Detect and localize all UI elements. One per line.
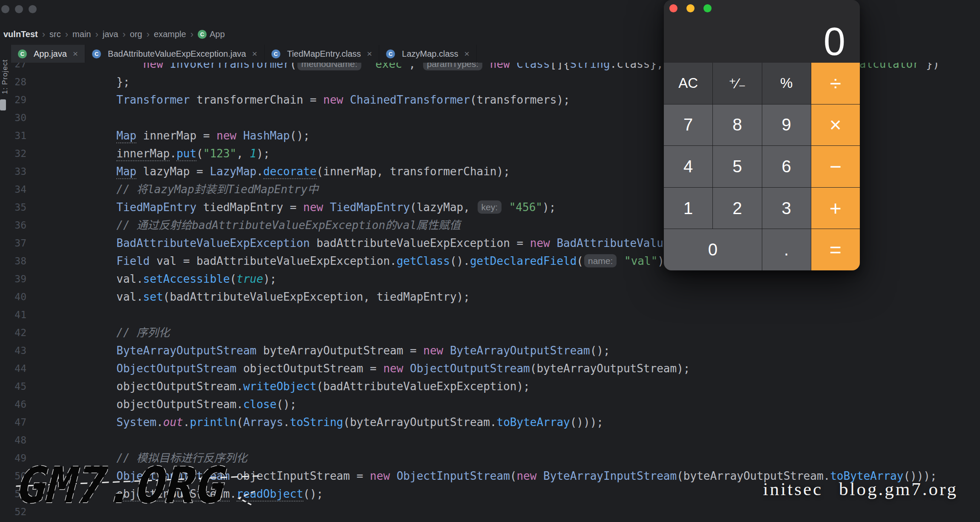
- window-minimize-button[interactable]: [15, 5, 23, 13]
- breadcrumb-item-java[interactable]: java: [103, 29, 118, 39]
- code-token: ()));: [570, 416, 603, 429]
- code-token: // 通过反射给badAttributeValueExpException的va…: [63, 219, 461, 232]
- calc-button-divide[interactable]: ÷: [811, 63, 860, 104]
- code-text: Transformer transformerChain = new Chain…: [63, 91, 570, 109]
- breadcrumb-item-vulntest[interactable]: vulnTest: [3, 29, 38, 39]
- code-token: [63, 344, 116, 357]
- tab-close-icon[interactable]: ×: [367, 49, 372, 59]
- line-number: 43: [11, 342, 26, 360]
- class-icon: C: [198, 30, 207, 39]
- breadcrumb-item-org[interactable]: org: [130, 29, 142, 39]
- calc-button-six[interactable]: 6: [762, 146, 811, 187]
- calc-button-four[interactable]: 4: [664, 146, 712, 187]
- code-token: set: [143, 290, 163, 303]
- calc-button-decimal[interactable]: .: [762, 229, 811, 270]
- code-token: new: [530, 237, 550, 249]
- code-token: (: [230, 273, 236, 285]
- calc-button-equals[interactable]: =: [811, 229, 860, 270]
- calc-button-percent[interactable]: %: [762, 63, 811, 104]
- code-token: TiedMapEntry: [116, 201, 196, 214]
- calc-button-five[interactable]: 5: [713, 146, 761, 187]
- calc-maximize-button[interactable]: [703, 4, 712, 12]
- calc-button-plus-minus[interactable]: ⁺⁄₋: [713, 63, 761, 104]
- class-icon: C: [18, 49, 27, 58]
- calc-minimize-button[interactable]: [686, 4, 695, 12]
- code-text: val.set(badAttributeValueExpException, t…: [63, 288, 470, 306]
- code-token: lazyMap =: [136, 165, 210, 178]
- code-token: new: [216, 129, 236, 142]
- calc-button-two[interactable]: 2: [713, 188, 761, 229]
- tab-lazymap-class[interactable]: CLazyMap.class×: [379, 45, 477, 63]
- breadcrumb-label: vulnTest: [3, 29, 38, 39]
- code-token: [63, 165, 116, 178]
- code-token: getDeclaredField: [470, 255, 576, 267]
- code-token: .class},: [610, 63, 670, 70]
- breadcrumb-separator-icon: ›: [95, 30, 98, 39]
- window-maximize-button[interactable]: [29, 5, 37, 13]
- calc-button-subtract[interactable]: −: [811, 146, 860, 187]
- calc-button-seven[interactable]: 7: [664, 104, 712, 146]
- code-text: // 序列化: [63, 324, 170, 342]
- code-token: tiedMapEntry =: [196, 201, 303, 214]
- code-token: put: [176, 147, 196, 161]
- code-line-42: 42 // 序列化: [11, 324, 980, 342]
- breadcrumb-item-main[interactable]: main: [72, 29, 91, 39]
- code-token: Transformer: [116, 93, 190, 106]
- calc-button-add[interactable]: +: [811, 188, 860, 229]
- code-token: .: [156, 416, 163, 429]
- calc-button-multiply[interactable]: ×: [811, 104, 860, 146]
- tab-tiedmapentry-class[interactable]: CTiedMapEntry.class×: [265, 45, 380, 63]
- calculator-window[interactable]: 0 AC⁺⁄₋%÷789×456−123+0.=: [664, 0, 860, 270]
- code-text: // 将lazyMap封装到TiedMapEntry中: [63, 180, 319, 198]
- code-token: [63, 63, 143, 70]
- breadcrumb-label: main: [72, 29, 91, 39]
- tab-close-icon[interactable]: ×: [464, 49, 470, 59]
- code-token: ObjectInputStream: [397, 470, 510, 482]
- tab-app-java[interactable]: CApp.java×: [11, 45, 85, 63]
- code-token: "123": [203, 147, 236, 160]
- code-token: ObjectOutputStream: [116, 362, 236, 375]
- calc-button-ac[interactable]: AC: [664, 63, 712, 104]
- calc-close-button[interactable]: [669, 4, 677, 12]
- calc-button-three[interactable]: 3: [762, 188, 811, 229]
- code-text: // 通过反射给badAttributeValueExpException的va…: [63, 216, 461, 234]
- code-token: TiedMapEntry: [330, 201, 410, 214]
- line-number: 31: [11, 127, 26, 145]
- code-token: [343, 93, 350, 106]
- tab-badattributevalueexpexception-java[interactable]: CBadAttributeValueExpException.java×: [85, 45, 265, 63]
- code-token: String: [570, 63, 610, 70]
- code-text: ObjectOutputStream objectOutputStream = …: [63, 360, 690, 377]
- code-token: new: [143, 63, 163, 70]
- code-token: Map: [116, 165, 136, 179]
- project-tool-button[interactable]: 1: Project: [1, 59, 9, 94]
- code-token: Class: [516, 63, 550, 70]
- code-token: Map: [116, 129, 136, 143]
- breadcrumb-item-src[interactable]: src: [49, 29, 61, 39]
- line-number: 27: [11, 63, 26, 73]
- breadcrumb-item-example[interactable]: example: [154, 29, 186, 39]
- calc-button-one[interactable]: 1: [664, 188, 712, 229]
- calc-button-eight[interactable]: 8: [713, 104, 761, 146]
- code-token: "exec": [369, 63, 409, 70]
- graffiti-text: GM7.ORG: [11, 457, 233, 514]
- tab-close-icon[interactable]: ×: [73, 49, 78, 59]
- code-token: (byteArrayOutputStream);: [530, 362, 690, 375]
- code-token: out: [163, 416, 183, 429]
- code-token: val = badAttributeValueExpException.: [150, 255, 397, 267]
- code-token: ,: [409, 63, 422, 70]
- code-token: [63, 416, 116, 429]
- calc-button-nine[interactable]: 9: [762, 104, 811, 146]
- line-number: 38: [11, 252, 26, 270]
- window-close-button[interactable]: [1, 5, 9, 13]
- code-token: [63, 93, 116, 106]
- tab-close-icon[interactable]: ×: [252, 49, 257, 59]
- breadcrumb-item-app[interactable]: CApp: [198, 29, 225, 39]
- tool-stripe-marker[interactable]: [0, 99, 6, 110]
- calculator-keypad: AC⁺⁄₋%÷789×456−123+0.=: [664, 63, 860, 270]
- code-token: println: [190, 416, 236, 429]
- tab-label: App.java: [34, 49, 67, 59]
- code-token: 1: [250, 147, 257, 160]
- code-token: .: [283, 416, 290, 429]
- calc-button-zero[interactable]: 0: [664, 229, 762, 270]
- code-text: System.out.println(Arrays.toString(byteA…: [63, 413, 603, 431]
